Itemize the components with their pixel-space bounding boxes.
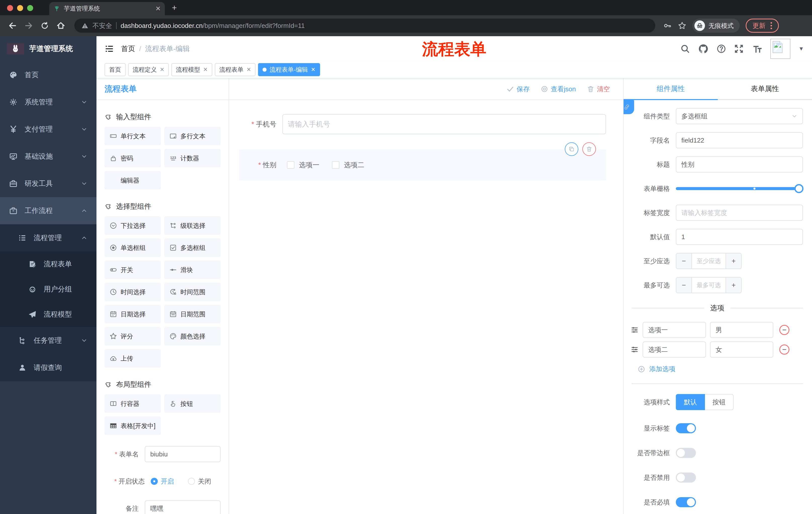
- component-item-date-picker[interactable]: 日期选择: [105, 305, 161, 323]
- component-item-editor[interactable]: 编辑器: [105, 171, 161, 190]
- component-type-select[interactable]: 多选框组: [676, 108, 803, 124]
- font-size-icon[interactable]: [752, 44, 762, 54]
- component-item-multi-text[interactable]: 多行文本: [164, 127, 221, 145]
- component-item-radio-group[interactable]: 单选框组: [105, 238, 161, 257]
- option-2-label-input[interactable]: [643, 342, 706, 358]
- option-style-default-button[interactable]: 默认: [676, 394, 705, 410]
- label-width-input[interactable]: [676, 205, 803, 221]
- window-minimize-button[interactable]: [17, 5, 23, 11]
- bookmark-star-icon[interactable]: [678, 21, 686, 30]
- drag-handle-icon[interactable]: [631, 326, 639, 334]
- component-item-color-picker[interactable]: 颜色选择: [164, 327, 221, 346]
- sidebar-item-task-management[interactable]: 任务管理: [0, 327, 96, 354]
- view-json-button[interactable]: 查看json: [541, 85, 576, 93]
- sidebar-item-payment[interactable]: 支付管理: [0, 116, 96, 143]
- stepper-decrease-button[interactable]: −: [676, 278, 691, 293]
- tag-process-definition[interactable]: 流程定义✕: [128, 63, 169, 76]
- tab-component-props[interactable]: 组件属性: [624, 78, 718, 99]
- has-border-switch[interactable]: [676, 448, 696, 458]
- show-label-switch[interactable]: [676, 423, 696, 433]
- tag-home[interactable]: 首页: [105, 63, 126, 76]
- save-button[interactable]: 保存: [506, 85, 530, 93]
- sidebar-item-infrastructure[interactable]: 基础设施: [0, 143, 96, 170]
- stepper-decrease-button[interactable]: −: [676, 253, 691, 269]
- sidebar-item-home[interactable]: 首页: [0, 61, 96, 88]
- option-1-value-input[interactable]: [710, 322, 773, 338]
- component-item-date-range[interactable]: 日期范围: [164, 305, 221, 323]
- remove-option-button[interactable]: [779, 325, 789, 335]
- delete-component-button[interactable]: [582, 142, 596, 156]
- checkbox-option-1[interactable]: [287, 161, 294, 169]
- component-item-single-text[interactable]: 单行文本: [105, 127, 161, 145]
- sidebar-item-process-management[interactable]: 流程管理: [0, 224, 96, 251]
- sidebar-item-system[interactable]: 系统管理: [0, 88, 96, 116]
- window-zoom-button[interactable]: [27, 5, 33, 11]
- disabled-switch[interactable]: [676, 472, 696, 483]
- tag-close-icon[interactable]: ✕: [203, 66, 207, 73]
- component-item-upload[interactable]: 上传: [105, 349, 161, 368]
- forward-icon[interactable]: [22, 19, 35, 32]
- canvas-field-gender-selected[interactable]: * 性别 选项一 选项二: [239, 150, 606, 181]
- form-grid-slider[interactable]: [676, 187, 799, 190]
- github-icon[interactable]: [698, 44, 708, 54]
- sidebar-item-devtools[interactable]: 研发工具: [0, 170, 96, 197]
- sidebar-item-leave-query[interactable]: 请假查询: [0, 354, 96, 381]
- radio-on[interactable]: [151, 478, 158, 485]
- component-item-select[interactable]: 下拉选择: [105, 216, 161, 235]
- component-item-counter[interactable]: 计数器: [164, 149, 221, 167]
- browser-update-button[interactable]: 更新: [746, 19, 779, 33]
- fullscreen-icon[interactable]: [734, 44, 744, 54]
- option-style-button-button[interactable]: 按钮: [705, 394, 734, 410]
- drag-handle-icon[interactable]: [631, 346, 639, 354]
- phone-input[interactable]: [282, 114, 606, 134]
- breadcrumb-home[interactable]: 首页: [121, 44, 135, 54]
- tag-close-icon[interactable]: ✕: [160, 66, 164, 73]
- sidebar-item-process-model[interactable]: 流程模型: [0, 302, 96, 327]
- sidebar-item-process-form[interactable]: 流程表单: [0, 251, 96, 277]
- min-checked-input[interactable]: [691, 253, 726, 269]
- component-item-row-container[interactable]: 行容器: [105, 394, 161, 413]
- component-item-button[interactable]: 按钮: [164, 394, 221, 413]
- hamburger-icon[interactable]: [105, 44, 114, 54]
- component-item-slider[interactable]: 滑块: [164, 261, 221, 279]
- back-icon[interactable]: [6, 19, 19, 32]
- radio-on-label[interactable]: 开启: [161, 473, 174, 489]
- stepper-increase-button[interactable]: +: [726, 278, 741, 293]
- component-item-password[interactable]: 密码: [105, 149, 161, 167]
- avatar[interactable]: [770, 39, 790, 59]
- home-icon[interactable]: [54, 19, 67, 32]
- stepper-increase-button[interactable]: +: [726, 253, 741, 269]
- tag-close-icon[interactable]: ✕: [246, 66, 251, 73]
- sidebar-item-workflow[interactable]: 工作流程: [0, 197, 96, 224]
- title-input[interactable]: [676, 156, 803, 172]
- url-bar[interactable]: 不安全 dashboard.yudao.iocoder.cn/bpm/manag…: [75, 19, 655, 33]
- checkbox-option-1-label[interactable]: 选项一: [299, 160, 319, 169]
- add-option-button[interactable]: 添加选项: [638, 364, 803, 373]
- sidebar-logo[interactable]: 芋道管理系统: [0, 36, 96, 61]
- component-item-time-range[interactable]: 时间范围: [164, 283, 221, 301]
- drawer-handle-button[interactable]: [624, 100, 634, 114]
- component-item-table[interactable]: 表格[开发中]: [105, 416, 161, 435]
- tag-process-form[interactable]: 流程表单✕: [215, 63, 256, 76]
- checkbox-option-2-label[interactable]: 选项二: [344, 160, 364, 169]
- clear-button[interactable]: 清空: [587, 85, 610, 93]
- tag-process-model[interactable]: 流程模型✕: [171, 63, 212, 76]
- checkbox-option-2[interactable]: [332, 161, 340, 169]
- slider-handle[interactable]: [794, 184, 804, 193]
- sidebar-item-user-group[interactable]: 用户分组: [0, 277, 96, 302]
- search-icon[interactable]: [680, 44, 690, 54]
- default-value-input[interactable]: [676, 229, 803, 245]
- new-tab-button[interactable]: +: [172, 3, 177, 12]
- form-name-input[interactable]: [145, 446, 221, 462]
- reload-icon[interactable]: [38, 19, 51, 32]
- form-remark-textarea[interactable]: 嘿嘿: [145, 501, 221, 514]
- max-checked-input[interactable]: [691, 278, 726, 293]
- duplicate-component-button[interactable]: [565, 142, 578, 156]
- tab-close-icon[interactable]: ✕: [155, 5, 161, 12]
- browser-menu-icon[interactable]: [771, 22, 772, 29]
- component-item-checkbox-group[interactable]: 多选框组: [164, 238, 221, 257]
- security-label[interactable]: 不安全: [92, 21, 112, 30]
- tab-form-props[interactable]: 表单属性: [718, 78, 812, 99]
- passwords-key-icon[interactable]: [663, 21, 672, 30]
- tag-process-form-edit[interactable]: 流程表单-编辑✕: [258, 63, 320, 76]
